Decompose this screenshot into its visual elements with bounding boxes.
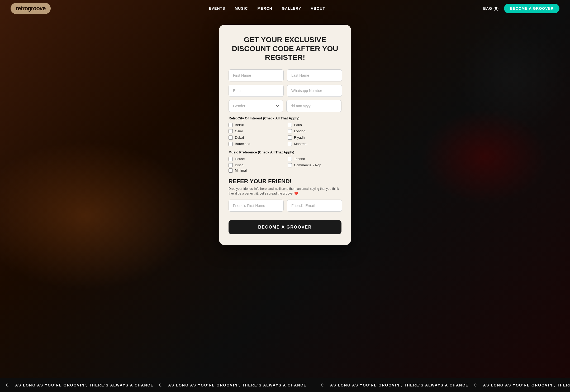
logo-text: retrogroove <box>16 5 45 12</box>
music-pref-label: Music Preference (Check All That Apply) <box>229 150 341 154</box>
ticker-content: ☺ AS LONG AS YOU'RE GROOVIN', THERE'S AL… <box>0 382 570 388</box>
city-beirut-label: Beirut <box>235 123 244 127</box>
main-content: GET YOUR EXCLUSIVE DISCOUNT CODE AFTER Y… <box>0 17 570 378</box>
retrocity-checkboxes: Beirut Paris Cairo London Dubai <box>229 123 341 146</box>
become-groover-submit-button[interactable]: BECOME A GROOVER <box>229 220 341 234</box>
city-london-label: London <box>294 129 305 133</box>
last-name-input[interactable] <box>287 69 342 81</box>
nav-gallery[interactable]: GALLERY <box>282 6 301 11</box>
checkbox-commercial-pop[interactable] <box>288 163 292 167</box>
checkbox-disco[interactable] <box>229 163 233 167</box>
genre-techno[interactable]: Techno <box>288 157 341 161</box>
refer-row <box>229 200 341 212</box>
city-paris-label: Paris <box>294 123 302 127</box>
first-name-input[interactable] <box>229 69 284 81</box>
navbar: retrogroove EVENTS MUSIC MERCH GALLERY A… <box>0 0 570 17</box>
ticker-icon-4: ☺ <box>473 382 478 388</box>
ticker-text-2: ☺ AS LONG AS YOU'RE GROOVIN', THERE'S AL… <box>315 382 570 388</box>
genre-minimal[interactable]: Minimal <box>229 168 341 173</box>
city-dubai[interactable]: Dubai <box>229 135 282 140</box>
genre-techno-label: Techno <box>294 157 305 161</box>
checkbox-barcelona[interactable] <box>229 142 233 146</box>
checkbox-house[interactable] <box>229 157 233 161</box>
gender-dob-row: Gender Male Female Other Prefer not to s… <box>229 100 341 112</box>
ticker-icon-1: ☺ <box>5 382 11 388</box>
genre-commercial-pop[interactable]: Commercial / Pop <box>288 163 341 167</box>
checkbox-dubai[interactable] <box>229 135 233 140</box>
friend-name-input[interactable] <box>229 200 284 212</box>
genre-commercial-pop-label: Commercial / Pop <box>294 163 321 167</box>
city-riyadh[interactable]: Riyadh <box>288 135 341 140</box>
gender-select[interactable]: Gender Male Female Other Prefer not to s… <box>229 100 283 112</box>
refer-title: REFER YOUR FRIEND! <box>229 178 341 185</box>
checkbox-techno[interactable] <box>288 157 292 161</box>
city-barcelona-label: Barcelona <box>235 142 250 146</box>
genre-disco-label: Disco <box>235 163 244 167</box>
city-montreal-label: Montreal <box>294 142 307 146</box>
city-beirut[interactable]: Beirut <box>229 123 282 127</box>
checkbox-cairo[interactable] <box>229 129 233 133</box>
checkbox-minimal[interactable] <box>229 168 233 173</box>
checkbox-riyadh[interactable] <box>288 135 292 140</box>
nav-links: EVENTS MUSIC MERCH GALLERY ABOUT <box>209 6 325 11</box>
bag-link[interactable]: BAG (0) <box>483 6 499 11</box>
ticker-icon-2: ☺ <box>158 382 164 388</box>
footer-ticker: ☺ AS LONG AS YOU'RE GROOVIN', THERE'S AL… <box>0 378 570 392</box>
logo[interactable]: retrogroove <box>11 3 51 14</box>
contact-row <box>229 85 341 97</box>
nav-right: BAG (0) BECOME A GROOVER <box>483 4 559 13</box>
genre-disco[interactable]: Disco <box>229 163 282 167</box>
city-london[interactable]: London <box>288 129 341 133</box>
become-groover-nav-button[interactable]: BECOME A GROOVER <box>504 4 559 13</box>
checkbox-london[interactable] <box>288 129 292 133</box>
music-checkboxes: House Techno Disco Commercial / Pop <box>229 157 341 167</box>
nav-music[interactable]: MUSIC <box>235 6 248 11</box>
ticker-text-1: ☺ AS LONG AS YOU'RE GROOVIN', THERE'S AL… <box>0 382 315 388</box>
city-riyadh-label: Riyadh <box>294 135 305 139</box>
city-cairo[interactable]: Cairo <box>229 129 282 133</box>
genre-minimal-label: Minimal <box>235 168 247 172</box>
checkbox-paris[interactable] <box>288 123 292 127</box>
name-row <box>229 69 341 81</box>
checkbox-montreal[interactable] <box>288 142 292 146</box>
city-dubai-label: Dubai <box>235 135 244 139</box>
nav-merch[interactable]: MERCH <box>258 6 272 11</box>
whatsapp-input[interactable] <box>287 85 342 97</box>
city-montreal[interactable]: Montreal <box>288 142 341 146</box>
nav-about[interactable]: ABOUT <box>311 6 325 11</box>
dob-input[interactable] <box>286 100 341 112</box>
registration-modal: GET YOUR EXCLUSIVE DISCOUNT CODE AFTER Y… <box>219 25 351 245</box>
retrocity-label: RetroCity Of Interest (Check All That Ap… <box>229 116 341 120</box>
ticker-icon-3: ☺ <box>320 382 326 388</box>
friend-email-input[interactable] <box>287 200 342 212</box>
city-cairo-label: Cairo <box>235 129 243 133</box>
genre-house[interactable]: House <box>229 157 282 161</box>
nav-events[interactable]: EVENTS <box>209 6 225 11</box>
modal-title: GET YOUR EXCLUSIVE DISCOUNT CODE AFTER Y… <box>229 35 341 62</box>
city-paris[interactable]: Paris <box>288 123 341 127</box>
genre-house-label: House <box>235 157 245 161</box>
refer-description: Drop your friends' info here, and we'll … <box>229 186 341 196</box>
checkbox-beirut[interactable] <box>229 123 233 127</box>
email-input[interactable] <box>229 85 284 97</box>
city-barcelona[interactable]: Barcelona <box>229 142 282 146</box>
